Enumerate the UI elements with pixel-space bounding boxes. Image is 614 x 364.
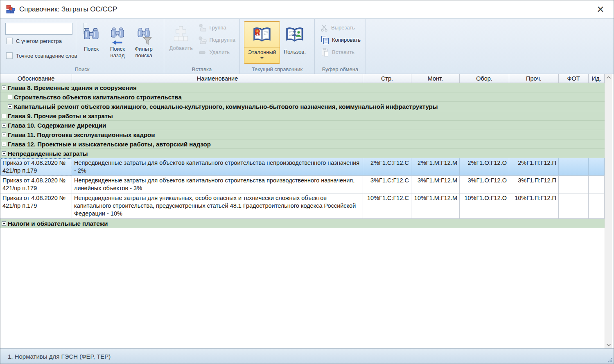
cell[interactable]: 2%Г1.С:Г12.С [363,158,411,175]
cell[interactable]: Непредвиденные затраты для объектов капи… [72,158,363,175]
expand-toggle-icon[interactable] [2,221,6,226]
expand-toggle-icon[interactable] [2,114,6,118]
cell[interactable]: 3%Г1.П:Г12.П [509,176,559,193]
exact-match-checkbox[interactable]: Точное совпадение слов [6,52,77,59]
cell[interactable]: 10%Г1.М:Г12.М [411,193,460,218]
scrollbar-track[interactable] [605,81,612,342]
table-group-row[interactable]: Капитальный ремонт объектов жилищного, с… [0,102,605,111]
cell[interactable] [559,176,589,193]
person-green-icon [296,31,301,37]
search-filter-button[interactable]: Фильтр поиска [131,21,157,67]
group-row-label: Капитальный ремонт объектов жилищного, с… [14,103,438,110]
group-row-label: Глава 10. Содержание дирекции [8,122,106,129]
column-header-6[interactable]: ФОТ [559,74,589,83]
ribbon-group-insert: Добавить Группа Подгруппа Удалить Вставк… [164,19,240,74]
table-body: Глава 8. Временные здания и сооруженияСт… [0,83,605,228]
cell[interactable] [589,193,605,218]
table-area: ОбоснованиеНаименованиеСтр.Монт.Обор.Про… [0,74,614,348]
cell[interactable]: 10%Г1.С:Г12.С [363,193,411,218]
scroll-up-button[interactable] [605,74,612,81]
expand-toggle-icon[interactable] [2,151,6,156]
table-row[interactable]: Приказ от 4.08.2020 № 421/пр п.179Непред… [0,193,605,219]
etalon-reference-button[interactable]: Эталонный [244,21,280,64]
column-header-2[interactable]: Стр. [363,74,411,83]
add-subgroup-button[interactable]: Подгруппа [197,35,237,45]
ribbon-group-label: Вставка [164,66,239,72]
table-group-row[interactable]: Глава 12. Проектные и изыскательские раб… [0,139,605,149]
cut-button[interactable]: Вырезать [319,23,366,33]
cell[interactable]: 10%Г1.О:Г12.О [460,193,509,218]
cell[interactable]: 10%Г1.П:Г12.П [509,193,559,218]
add-plus-icon [173,23,189,44]
cell[interactable] [559,158,589,175]
app-icon [6,4,16,14]
user-reference-button[interactable]: Пользов. [280,21,309,64]
column-header-4[interactable]: Обор. [460,74,509,83]
cell[interactable]: 3%Г1.М:Г12.М [411,176,460,193]
chevron-down-icon [606,344,611,346]
expand-toggle-icon[interactable] [2,123,6,128]
column-header-7[interactable]: Ид. [589,74,605,83]
table-group-row[interactable]: Глава 8. Временные здания и сооружения [0,83,605,92]
checkbox-icon[interactable] [6,52,13,59]
table-row[interactable]: Приказ от 4.08.2020 № 421/пр п.179Непред… [0,176,605,193]
cell[interactable]: Непредвиденные затраты для объектов капи… [72,176,363,193]
table-group-row[interactable]: Налоги и обязательные платежи [0,219,605,228]
group-row-label: Налоги и обязательные платежи [8,220,108,227]
expand-toggle-icon[interactable] [2,133,6,137]
copy-button[interactable]: Копировать [319,35,366,45]
scroll-down-button[interactable] [605,342,612,348]
table-group-row[interactable]: Глава 11. Подготовка эксплуатационных ка… [0,130,605,139]
close-button[interactable]: ✕ [593,2,608,17]
column-header-1[interactable]: Наименование [72,74,363,83]
ribbon-group-label: Буфер обмена [315,66,366,72]
paste-button[interactable]: Вставить [319,47,366,57]
delete-button[interactable]: Удалить [197,47,237,57]
cell[interactable] [559,193,589,218]
find-button[interactable]: Поиск [78,21,104,67]
add-group-button[interactable]: Группа [197,23,237,33]
ribbon-toolbar: С учетом регистра Точное совпадение слов… [0,18,614,74]
chevron-up-icon [606,76,611,79]
dialog-window: Справочник: Затраты ОС/ССР ✕ С учетом ре… [0,0,614,364]
expand-toggle-icon[interactable] [8,104,12,109]
cell[interactable]: 2%Г1.П:Г12.П [509,158,559,175]
cell[interactable]: Приказ от 4.08.2020 № 421/пр п.179 [0,193,72,218]
search-combobox[interactable] [5,23,72,35]
case-sensitive-checkbox[interactable]: С учетом регистра [6,38,62,44]
expand-toggle-icon[interactable] [2,85,6,90]
table-row[interactable]: Приказ от 4.08.2020 № 421/пр п.179Непред… [0,158,605,176]
cell[interactable]: Приказ от 4.08.2020 № 421/пр п.179 [0,176,72,193]
table-group-row[interactable]: Непредвиденные затраты [0,149,605,158]
table-group-row[interactable]: Глава 9. Прочие работы и затраты [0,111,605,121]
binoculars-back-icon [110,24,125,45]
vertical-scrollbar[interactable] [605,74,612,348]
cell[interactable] [589,176,605,193]
table-header: ОбоснованиеНаименованиеСтр.Монт.Обор.Про… [0,74,605,83]
table-group-row[interactable]: Строительство объектов капитального стро… [0,92,605,102]
cell[interactable]: 3%Г1.С:Г12.С [363,176,411,193]
table-group-row[interactable]: Глава 10. Содержание дирекции [0,121,605,130]
expand-toggle-icon[interactable] [8,95,12,99]
cell[interactable] [589,158,605,175]
binoculars-icon [84,24,99,45]
column-header-5[interactable]: Проч. [509,74,559,83]
group-row-label: Непредвиденные затраты [8,150,88,157]
ribbon-group-label: Поиск [0,66,164,72]
cell[interactable]: 2%Г1.О:Г12.О [460,158,509,175]
resize-grip[interactable] [607,357,613,363]
status-text: 1. Нормативы для ГЭСН (ФЕР, ТЕР) [8,353,111,360]
search-input[interactable] [6,23,83,34]
cell[interactable]: 2%Г1.М:Г12.М [411,158,460,175]
title-bar: Справочник: Затраты ОС/ССР ✕ [0,0,614,18]
add-button[interactable]: Добавить [167,21,194,67]
column-header-0[interactable]: Обоснование [0,74,72,83]
checkbox-icon[interactable] [6,38,13,44]
column-header-3[interactable]: Монт. [411,74,460,83]
find-back-button[interactable]: Поиск назад [104,21,131,67]
cell[interactable]: Непредвиденные затраты для уникальных, о… [72,193,363,218]
ribbon-group-current-reference: Эталонный Пользов. Текущий справочник [240,19,315,74]
cell[interactable]: 3%Г1.О:Г12.О [460,176,509,193]
expand-toggle-icon[interactable] [2,142,6,146]
cell[interactable]: Приказ от 4.08.2020 № 421/пр п.179 [0,158,72,175]
